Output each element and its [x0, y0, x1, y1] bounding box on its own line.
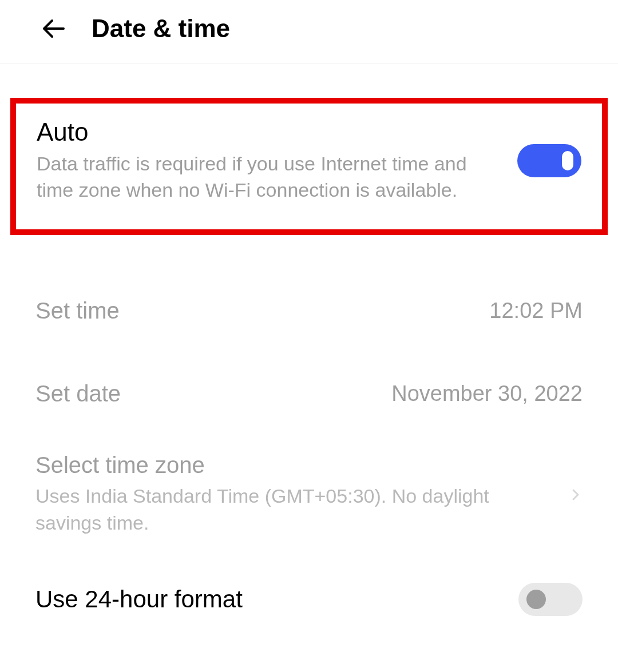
back-button[interactable]: [40, 14, 69, 43]
set-date-row[interactable]: Set date November 30, 2022: [0, 352, 618, 435]
set-time-label: Set time: [35, 298, 120, 324]
use-24-hour-toggle[interactable]: [518, 583, 583, 616]
timezone-title: Select time zone: [35, 452, 557, 478]
chevron-right-icon: [569, 488, 583, 502]
set-date-label: Set date: [35, 381, 121, 407]
arrow-left-icon: [41, 15, 68, 42]
select-timezone-row[interactable]: Select time zone Uses India Standard Tim…: [0, 435, 618, 560]
use-24-hour-label: Use 24-hour format: [35, 586, 243, 613]
auto-title: Auto: [37, 118, 506, 146]
auto-setting-row[interactable]: Auto Data traffic is required if you use…: [37, 118, 581, 204]
spacer: [0, 235, 618, 269]
auto-toggle[interactable]: [517, 144, 581, 177]
content: Auto Data traffic is required if you use…: [0, 98, 618, 639]
page-title: Date & time: [92, 14, 230, 43]
auto-setting-text: Auto Data traffic is required if you use…: [37, 118, 517, 204]
auto-description: Data traffic is required if you use Inte…: [37, 151, 506, 204]
set-date-value: November 30, 2022: [391, 381, 583, 406]
timezone-description: Uses India Standard Time (GMT+05:30). No…: [35, 483, 557, 537]
set-time-row[interactable]: Set time 12:02 PM: [0, 269, 618, 352]
use-24-hour-row[interactable]: Use 24-hour format: [0, 560, 618, 639]
toggle-knob-icon: [526, 590, 546, 609]
auto-setting-highlighted: Auto Data traffic is required if you use…: [10, 98, 608, 235]
set-time-value: 12:02 PM: [489, 299, 583, 323]
header: Date & time: [0, 0, 618, 63]
toggle-knob-icon: [562, 151, 573, 170]
timezone-text: Select time zone Uses India Standard Tim…: [35, 452, 569, 537]
